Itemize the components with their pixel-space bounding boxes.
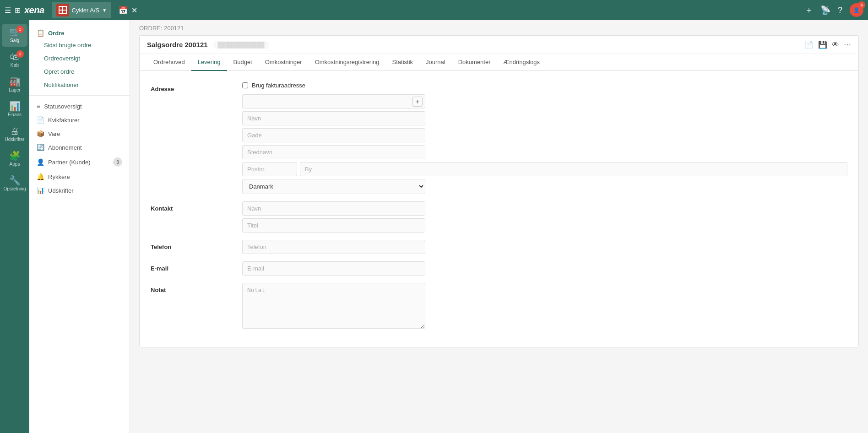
adresse-country-select[interactable]: Danmark Sverige Norge Tyskland England bbox=[242, 179, 425, 194]
address-lookup-input[interactable] bbox=[242, 94, 425, 108]
sidebar-label-opsaetning: Opsætning bbox=[4, 186, 26, 191]
sidebar-label-lager: Lager bbox=[9, 87, 21, 92]
abonnement-icon: 🔄 bbox=[37, 144, 44, 151]
tab-omkostningsregistrering[interactable]: Omkostningsregistrering bbox=[309, 54, 386, 71]
udskrifter-icon: 🖨 bbox=[10, 126, 19, 135]
nav-label-statusoversigt: Statusoversigt bbox=[44, 103, 81, 110]
tab-budget[interactable]: Budget bbox=[227, 54, 259, 71]
document-meta: ████████████ bbox=[213, 41, 269, 49]
tab-journal[interactable]: Journal bbox=[419, 54, 452, 71]
form-content: Adresse Brug fakturaadresse + bbox=[140, 71, 858, 347]
main-sidebar: 🛒 Salg 3 🛍 Køb 3 🏭 Lager 📊 Finans 🖨 Udsk… bbox=[0, 20, 29, 433]
telefon-row: Telefon bbox=[151, 240, 847, 254]
partner-badge: 3 bbox=[113, 157, 122, 167]
telefon-fields bbox=[242, 240, 847, 254]
doc-eye-icon[interactable]: 👁 bbox=[832, 41, 839, 49]
nav-item-udskrifter[interactable]: 📊 Udskrifter bbox=[29, 184, 130, 197]
kontakt-titel-input[interactable] bbox=[242, 218, 425, 233]
nav-link-ordreoversigt[interactable]: Ordreoversigt bbox=[29, 52, 130, 65]
breadcrumb: ORDRE: 200121 bbox=[130, 20, 868, 32]
nav-item-statusoversigt[interactable]: ≡ Statusoversigt bbox=[29, 99, 130, 113]
notat-label: Notat bbox=[151, 283, 242, 293]
address-add-button[interactable]: + bbox=[412, 97, 423, 107]
kontakt-navn-input[interactable] bbox=[242, 201, 425, 216]
kontakt-row: Kontakt bbox=[151, 201, 847, 233]
add-icon[interactable]: ＋ bbox=[805, 5, 813, 16]
nav-section-title: 📋 Ordre bbox=[29, 26, 130, 38]
notat-fields bbox=[242, 283, 847, 329]
company-selector[interactable]: Cykler A/S ▼ bbox=[52, 2, 112, 18]
tab-ordrehoved[interactable]: Ordrehoved bbox=[147, 54, 191, 71]
adresse-by-input[interactable] bbox=[300, 162, 847, 176]
menu-icon[interactable]: ☰ bbox=[5, 6, 11, 15]
address-lookup-container: + bbox=[242, 94, 425, 108]
sidebar-item-finans[interactable]: 📊 Finans bbox=[2, 98, 27, 121]
kvikfakturer-icon: 📄 bbox=[37, 116, 44, 124]
tab-dokumenter[interactable]: Dokumenter bbox=[452, 54, 497, 71]
adresse-fields: Brug fakturaadresse + Danmark bbox=[242, 82, 847, 194]
nav-link-opret-ordre[interactable]: Opret ordre bbox=[29, 65, 130, 78]
nav-sidebar: 📋 Ordre Sidst brugte ordre Ordreoversigt… bbox=[29, 20, 130, 433]
nav-label-rykkere: Rykkere bbox=[48, 173, 70, 180]
adresse-navn-input[interactable] bbox=[242, 111, 425, 125]
partner-icon: 👤 bbox=[37, 158, 44, 166]
udskrifter-nav-icon: 📊 bbox=[37, 187, 44, 194]
nav-link-notifikationer[interactable]: Notifikationer bbox=[29, 78, 130, 92]
brug-fakturaadresse-row: Brug fakturaadresse bbox=[242, 82, 847, 89]
sidebar-item-apps[interactable]: 🧩 Apps bbox=[2, 147, 27, 170]
nav-link-sidst-brugte[interactable]: Sidst brugte ordre bbox=[29, 38, 130, 52]
telefon-input[interactable] bbox=[242, 240, 425, 254]
nav-item-partner[interactable]: 👤 Partner (Kunde) 3 bbox=[29, 154, 130, 170]
sidebar-item-lager[interactable]: 🏭 Lager bbox=[2, 73, 27, 96]
grid-icon[interactable]: ⊞ bbox=[15, 6, 21, 15]
nav-item-kvikfakturer[interactable]: 📄 Kvikfakturer bbox=[29, 113, 130, 127]
nav-item-vare[interactable]: 📦 Vare bbox=[29, 127, 130, 141]
adresse-gade-input[interactable] bbox=[242, 128, 425, 142]
brug-fakturaadresse-checkbox[interactable] bbox=[242, 82, 248, 88]
finans-icon: 📊 bbox=[9, 102, 21, 111]
help-icon[interactable]: ? bbox=[838, 5, 842, 15]
brug-fakturaadresse-label: Brug fakturaadresse bbox=[252, 82, 305, 89]
tab-omkostninger[interactable]: Omkostninger bbox=[259, 54, 309, 71]
salg-badge: 3 bbox=[16, 26, 24, 33]
email-input[interactable] bbox=[242, 261, 425, 276]
document-card: Salgsordre 200121 ████████████ 📄 💾 👁 ⋯ O… bbox=[139, 35, 859, 347]
adresse-label: Adresse bbox=[151, 82, 242, 92]
feed-icon[interactable]: 📡 bbox=[820, 5, 830, 15]
nav-item-abonnement[interactable]: 🔄 Abonnement bbox=[29, 141, 130, 154]
doc-more-icon[interactable]: ⋯ bbox=[844, 40, 851, 49]
document-tabs: Ordrehoved Levering Budget Omkostninger … bbox=[140, 54, 858, 71]
tab-statistik[interactable]: Statistik bbox=[386, 54, 420, 71]
adresse-stednavn-input[interactable] bbox=[242, 145, 425, 159]
avatar-icon: 👤 bbox=[853, 7, 860, 13]
nav-label-vare: Vare bbox=[48, 130, 60, 137]
apps-icon: 🧩 bbox=[9, 151, 21, 160]
user-avatar[interactable]: 👤 6 bbox=[850, 3, 863, 17]
doc-download-icon[interactable]: 💾 bbox=[818, 40, 827, 49]
sidebar-label-salg: Salg bbox=[10, 38, 19, 43]
adresse-postnr-by-row bbox=[242, 162, 847, 176]
sidebar-item-opsaetning[interactable]: 🔧 Opsætning bbox=[2, 172, 27, 195]
kob-badge: 3 bbox=[16, 50, 24, 58]
doc-print-icon[interactable]: 📄 bbox=[804, 40, 814, 49]
adresse-row: Adresse Brug fakturaadresse + bbox=[151, 82, 847, 194]
topbar: ☰ ⊞ xena Cykler A/S ▼ 📅 ✕ ＋ 📡 ? 👤 6 bbox=[0, 0, 868, 20]
app-logo: xena bbox=[24, 5, 44, 16]
opsaetning-icon: 🔧 bbox=[9, 176, 21, 185]
adresse-postnr-input[interactable] bbox=[242, 162, 297, 176]
telefon-label: Telefon bbox=[151, 240, 242, 250]
sidebar-item-udskrifter[interactable]: 🖨 Udskrifter bbox=[2, 123, 27, 146]
calendar-icon[interactable]: 📅 bbox=[119, 6, 128, 15]
chevron-down-icon: ▼ bbox=[102, 8, 107, 13]
email-row: E-mail bbox=[151, 261, 847, 276]
nav-label-partner: Partner (Kunde) bbox=[48, 159, 91, 166]
nav-item-rykkere[interactable]: 🔔 Rykkere bbox=[29, 170, 130, 184]
tab-aendringslogs[interactable]: Ændringslogs bbox=[497, 54, 547, 71]
close-icon[interactable]: ✕ bbox=[131, 6, 137, 15]
tab-levering[interactable]: Levering bbox=[191, 54, 227, 71]
notat-textarea[interactable] bbox=[242, 283, 425, 329]
company-icon bbox=[56, 4, 69, 16]
email-label: E-mail bbox=[151, 261, 242, 272]
sidebar-item-salg[interactable]: 🛒 Salg 3 bbox=[2, 24, 27, 47]
sidebar-item-kob[interactable]: 🛍 Køb 3 bbox=[2, 49, 27, 71]
